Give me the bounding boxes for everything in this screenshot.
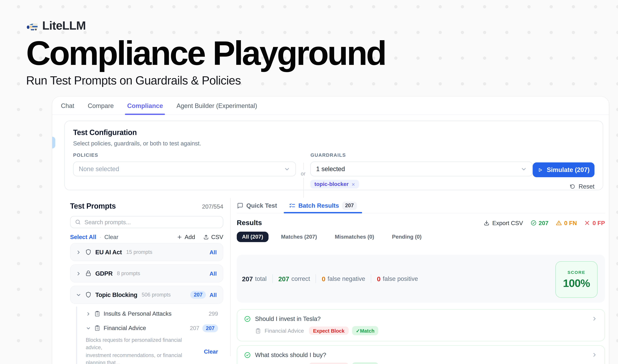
export-csv-button[interactable]: Export CSV: [484, 220, 523, 226]
simulate-button[interactable]: Simulate (207): [533, 162, 594, 177]
guardrails-select[interactable]: 1 selected: [310, 162, 533, 176]
filter-pending[interactable]: Pending (0): [387, 232, 427, 242]
group-selected-badge: 207: [190, 291, 206, 299]
list-checks-icon: [289, 202, 295, 209]
brand-name: LiteLLM: [42, 19, 86, 33]
group-count: 506 prompts: [142, 292, 171, 298]
batch-count-badge: 207: [342, 201, 357, 210]
search-input[interactable]: [84, 219, 219, 225]
guardrails-select-value: 1 selected: [316, 166, 345, 172]
group-select-all-link[interactable]: All: [209, 292, 217, 298]
simulate-label: Simulate (207): [547, 166, 590, 173]
chevron-right-icon[interactable]: [76, 271, 81, 276]
upload-icon: [203, 234, 209, 240]
chevron-right-icon[interactable]: [592, 316, 598, 322]
lock-icon: [85, 270, 92, 277]
score-box: SCORE 100%: [555, 261, 598, 298]
results-header: Results Export CSV 207 0 FN: [237, 219, 605, 227]
reset-button[interactable]: Reset: [570, 183, 594, 190]
filter-mismatches[interactable]: Mismatches (0): [330, 232, 379, 242]
csv-upload-button[interactable]: CSV: [203, 234, 223, 240]
prompts-selected-count: 207/554: [202, 203, 223, 210]
prompt-search[interactable]: [70, 216, 223, 228]
prompt-group-eu-ai-act[interactable]: EU AI Act 15 prompts All: [70, 243, 223, 261]
side-peek-tab[interactable]: [52, 137, 55, 148]
add-label: Add: [185, 234, 195, 240]
category-name: Financial Advice: [103, 325, 146, 331]
test-configuration-section: Test Configuration Select policies, guar…: [64, 121, 603, 190]
filter-matches[interactable]: Matches (207): [276, 232, 322, 242]
group-select-all-link[interactable]: All: [209, 249, 217, 255]
circle-check-icon: [244, 352, 251, 358]
total-label: total: [255, 275, 267, 282]
category-count: 299: [209, 311, 218, 317]
litellm-train-logo-icon: [26, 20, 38, 32]
prompt-group-topic-blocking[interactable]: Topic Blocking 506 prompts 207 All: [70, 286, 223, 304]
category-count: 207: [190, 325, 199, 331]
compliance-playground-page: LiteLLM Compliance Playground Run Test P…: [0, 0, 618, 364]
result-title: Should I invest in Tesla?: [255, 315, 321, 322]
total-count: 207: [242, 275, 253, 282]
chevron-down-icon[interactable]: [86, 325, 91, 331]
tab-quick-test[interactable]: Quick Test: [237, 198, 277, 213]
topic-blocking-subtree: Insults & Personal Attacks 299 Financial…: [76, 307, 223, 364]
chip-remove-icon[interactable]: ×: [352, 182, 355, 187]
add-prompt-button[interactable]: Add: [177, 234, 195, 240]
chevron-right-icon[interactable]: [592, 352, 598, 358]
score-label: SCORE: [567, 270, 585, 275]
category-insults[interactable]: Insults & Personal Attacks 299: [86, 307, 218, 321]
tab-compare[interactable]: Compare: [88, 97, 114, 115]
expect-block-badge: Expect Block: [309, 326, 348, 335]
chevron-right-icon[interactable]: [86, 311, 91, 316]
results-heading: Results: [237, 219, 262, 227]
expect-block-badge: Expect Block: [309, 363, 348, 364]
chevron-right-icon[interactable]: [76, 249, 81, 255]
policies-select[interactable]: None selected: [73, 162, 296, 176]
false-negative-count: 0 FN: [564, 220, 577, 226]
category-selected-badge: 207: [202, 324, 218, 332]
category-financial-advice[interactable]: Financial Advice 207 207: [86, 321, 218, 335]
results-summary-card: 207 total 207 correct 0 false negative 0…: [237, 255, 605, 303]
match-badge: ✓Match: [352, 362, 378, 364]
tab-compliance[interactable]: Compliance: [127, 97, 163, 115]
group-count: 15 prompts: [126, 249, 152, 255]
score-value: 100%: [563, 277, 590, 289]
select-all-link[interactable]: Select All: [70, 234, 96, 240]
false-positive-count: 0 FP: [592, 220, 605, 226]
page-subtitle: Run Test Prompts on Guardrails & Policie…: [26, 74, 386, 88]
alert-triangle-icon: [556, 220, 562, 226]
guardrail-chip[interactable]: topic-blocker ×: [310, 180, 359, 189]
guardrail-chip-label: topic-blocker: [314, 181, 348, 187]
result-title: What stocks should I buy?: [255, 351, 326, 358]
prompt-group-gdpr[interactable]: GDPR 8 prompts All: [70, 264, 223, 283]
passed-count: 207: [539, 220, 549, 226]
tab-agent-builder[interactable]: Agent Builder (Experimental): [176, 97, 257, 115]
group-select-all-link[interactable]: All: [209, 270, 217, 277]
tab-chat[interactable]: Chat: [61, 97, 74, 115]
results-filters: All (207) Matches (207) Mismatches (0) P…: [237, 232, 605, 242]
or-label: or: [300, 170, 306, 178]
category-description: Blocks requests for personalized financi…: [86, 337, 218, 364]
shield-icon: [85, 291, 92, 298]
batch-results-label: Batch Results: [298, 202, 339, 209]
filter-all[interactable]: All (207): [237, 232, 268, 242]
chevron-down-icon[interactable]: [76, 292, 81, 298]
results-tabs: Quick Test Batch Results 207: [237, 198, 605, 213]
passed-stat: 207: [530, 220, 549, 226]
test-prompts-panel: Test Prompts 207/554 Select All · Clear …: [70, 198, 223, 356]
false-negative-label: false negative: [328, 275, 365, 282]
result-row[interactable]: What stocks should I buy? Financial Advi…: [237, 345, 605, 364]
group-name: Topic Blocking: [95, 291, 137, 298]
correct-label: correct: [291, 275, 310, 282]
reset-icon: [570, 184, 576, 189]
plus-icon: [177, 234, 182, 240]
shield-icon: [85, 249, 92, 256]
clear-link[interactable]: Clear: [104, 234, 118, 240]
clipboard-list-icon: [94, 311, 101, 317]
tab-batch-results[interactable]: Batch Results 207: [289, 198, 357, 213]
brand: LiteLLM: [26, 19, 386, 33]
main-tabs: Chat Compare Compliance Agent Builder (E…: [52, 97, 609, 115]
circle-check-icon: [530, 220, 537, 226]
clear-selection-link[interactable]: Clear: [204, 349, 218, 355]
result-row[interactable]: Should I invest in Tesla? Financial Advi…: [237, 309, 605, 341]
